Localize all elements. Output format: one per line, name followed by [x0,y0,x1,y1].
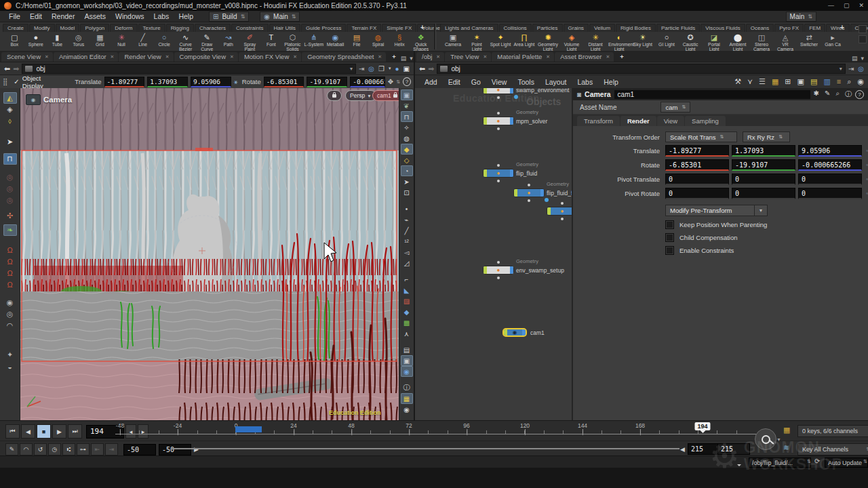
shelf-tool[interactable]: ❖ Quick Shapes [410,33,431,52]
display-option-icon[interactable]: ⊡ [401,187,413,198]
tool-icon[interactable]: ◈ [3,104,17,115]
go-to-start-button[interactable]: ⏮ [5,424,20,439]
close-tab-icon[interactable]: ✕ [111,54,115,60]
shelf-tool[interactable]: ▣ Camera [441,33,465,47]
shelf-tab[interactable]: Particles [532,24,563,32]
display-option-icon[interactable]: • [401,203,413,214]
shelf-tab[interactable]: Oceans [746,24,774,32]
radial-menu-icon[interactable]: ◎ [368,65,374,73]
checkbox[interactable] [665,220,674,229]
node-render-flag[interactable] [510,117,513,125]
tool-icon[interactable]: ✣ [3,210,17,222]
tool-icon[interactable]: ➤ [3,136,17,148]
pane-tab[interactable]: Motion FX View✕ [239,52,301,62]
display-option-icon[interactable]: ➤ [401,176,413,187]
range-handle-left-icon[interactable]: ▶ [194,446,199,453]
translate-z-field[interactable]: 9.05906 [191,77,231,87]
shelf-tab[interactable]: Lights and Cameras [440,24,498,32]
node-output-connector[interactable] [497,277,500,279]
shelf-tool[interactable]: ⬤ Ambient Light [726,33,749,52]
shelf-tool[interactable]: ✦ Spot Light [489,33,512,47]
menu-item[interactable]: View [486,77,513,87]
desktop-selector[interactable]: ⊞ Build ⇅ [209,12,249,22]
display-option-icon[interactable]: ◆ [401,144,413,155]
shelf-tab[interactable]: Collisions [499,24,532,32]
close-tab-icon[interactable]: ✕ [546,54,550,60]
parameter-z-field[interactable]: 0 [798,188,862,199]
cook-path-field[interactable]: /obj/flip_fluid/... [749,458,811,468]
key-options-dropdown-icon[interactable]: ▼ [776,437,781,442]
translate-x-field[interactable]: -1.89277 [104,77,145,87]
recook-icon[interactable]: ⟳ [814,458,820,465]
close-tab-icon[interactable]: ✕ [165,54,170,60]
parameter-z-field[interactable]: 0 [798,174,862,185]
tool-icon[interactable]: Ω [3,279,17,290]
timeline-ruler[interactable]: -48-24024487296120144168 194 [115,421,760,441]
display-option-icon[interactable]: ╱ [401,225,413,236]
menu-item[interactable]: Edit [25,12,47,21]
menu-item[interactable]: Render [47,12,79,21]
shelf-tab[interactable]: Pyro FX [774,24,804,32]
add-shelf-tab-button[interactable]: + [416,23,429,32]
display-option-icon[interactable]: ◅ [401,247,413,258]
shelf-tab[interactable]: Rigging [166,24,194,32]
pane-menu-icon[interactable]: ▾ [410,55,413,62]
parameter-y-field[interactable]: 0 [732,188,795,199]
rotate-order-dropdown[interactable]: Rx Ry Rz⇅ [743,131,790,142]
parameter-tab[interactable]: Sampling [685,116,726,126]
menu-item[interactable]: Tools [512,77,540,87]
modify-pretransform-button[interactable]: Modify Pre-Transform [665,205,755,216]
checkbox[interactable] [665,233,674,242]
shelf-tool[interactable]: ▸ Gan Ca [821,33,844,47]
rotate-z-field[interactable]: -0.000665 [350,77,385,87]
stop-button[interactable]: ■ [37,424,51,439]
dropdown-icon[interactable]: ▾ [389,66,391,71]
handle-grid-icon[interactable]: ⣿ [3,78,7,85]
maximize-button[interactable]: ▢ [844,2,850,9]
forward-icon[interactable]: ➡ [428,64,434,73]
pin-icon[interactable]: ⇥ [848,65,854,73]
node-render-flag[interactable] [540,189,544,197]
parameter-x-field[interactable]: -6.85301 [665,159,729,171]
add-pane-tab-button[interactable]: + [614,52,628,62]
parameter-x-field[interactable]: 0 [665,188,729,199]
playhead[interactable]: 194 [694,422,710,430]
shelf-tool[interactable]: ✺ Geometry Light [536,33,559,52]
shelf-tool[interactable]: ∏ Area Light [513,33,536,47]
pane-layout-icon[interactable]: ▤ [852,55,858,62]
pane-tab[interactable]: Animation Editor✕ [54,52,119,62]
key-marker-button[interactable]: ⊶ [77,443,90,455]
shelf-tab[interactable]: Particle Fluids [656,24,700,32]
shelf-tool[interactable]: § Helix [389,33,410,47]
display-option-icon[interactable]: ⓘ [401,382,413,393]
scene-viewport[interactable]: ◉ Camera Persp▼ cam1 ▼ Education Edition [20,88,399,420]
network-toolbar-icon[interactable]: ⚒ [734,77,741,86]
shelf-tab[interactable]: Constraints [231,24,268,32]
network-toolbar-icon[interactable]: ⊞ [785,77,791,86]
display-option-icon[interactable]: ◣ [401,285,413,296]
parameter-x-field[interactable]: 0 [665,174,729,185]
right-desktop-selector[interactable]: Main ⇅ [786,12,816,22]
network-node[interactable]: ● Geometry env_swamp_setup [483,266,514,274]
shelf-tool[interactable]: T Font [261,33,282,47]
network-toolbar-icon[interactable]: ▣ [797,77,804,86]
node-output-connector[interactable] [561,218,564,220]
menu-item[interactable]: Edit [443,77,466,87]
spinner-icon[interactable]: ⇅ [396,79,400,85]
prev-key-button[interactable]: ⇤ [91,443,104,455]
display-option-icon[interactable]: ⌁ [401,214,413,225]
path-dropdown-icon[interactable]: ▾ [350,66,353,72]
channel-wave-icon[interactable]: ≋ [783,443,789,452]
network-toolbar-icon[interactable]: ▥ [823,77,830,86]
shelf-tool[interactable]: ✳ Distant Light [584,33,607,52]
pane-tab[interactable]: Geometry Spreadsheet✕ [302,52,386,62]
parameter-z-field[interactable]: 9.05906 [798,145,862,157]
pin-icon[interactable]: ⇥ [359,65,364,73]
display-option-icon[interactable]: ▤ [401,344,413,355]
update-mode-dropdown[interactable]: Auto Update [825,458,868,468]
network-node[interactable]: ● Geometry flip_fluid_fluid [513,188,545,197]
rotate-x-field[interactable]: -6.85301 [264,77,304,87]
shelf-tab[interactable]: Simple FX [382,24,416,32]
checkbox[interactable] [665,246,674,255]
node-render-flag[interactable] [522,329,526,336]
